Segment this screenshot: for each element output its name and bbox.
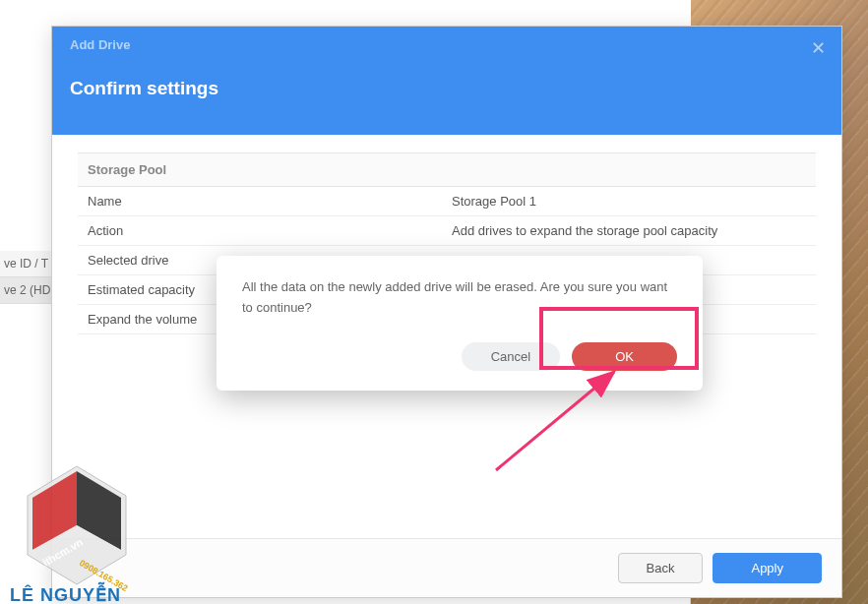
close-icon[interactable]: ✕ [811,37,826,59]
apply-button[interactable]: Apply [713,553,822,583]
modal-footer: Back Apply [52,538,841,597]
modal-header: Add Drive Confirm settings ✕ [52,27,841,135]
background-sidebar-fragment: ve ID / T ve 2 (HD [0,251,59,304]
confirm-dialog: All the data on the newly added drive wi… [217,256,703,391]
storage-pool-section-header: Storage Pool [78,152,816,187]
row-label: Name [88,194,452,209]
modal-breadcrumb: Add Drive [52,27,841,52]
row-label: Action [88,223,452,238]
table-row: Action Add drives to expand the storage … [78,216,816,246]
table-row: Name Storage Pool 1 [78,187,816,216]
confirm-message: All the data on the newly added drive wi… [242,277,677,319]
row-value: Add drives to expand the storage pool ca… [452,223,806,238]
ok-button[interactable]: OK [572,342,677,371]
bg-sidebar-item: ve 2 (HD [0,277,59,304]
cancel-button[interactable]: Cancel [462,342,560,371]
row-value: Storage Pool 1 [452,194,806,209]
modal-title: Confirm settings [52,52,841,99]
watermark-brand: LÊ NGUYỄN [10,584,121,604]
confirm-actions: Cancel OK [242,342,677,371]
bg-sidebar-header: ve ID / T [0,251,59,277]
background-panel-top [0,0,691,26]
back-button[interactable]: Back [618,553,704,583]
